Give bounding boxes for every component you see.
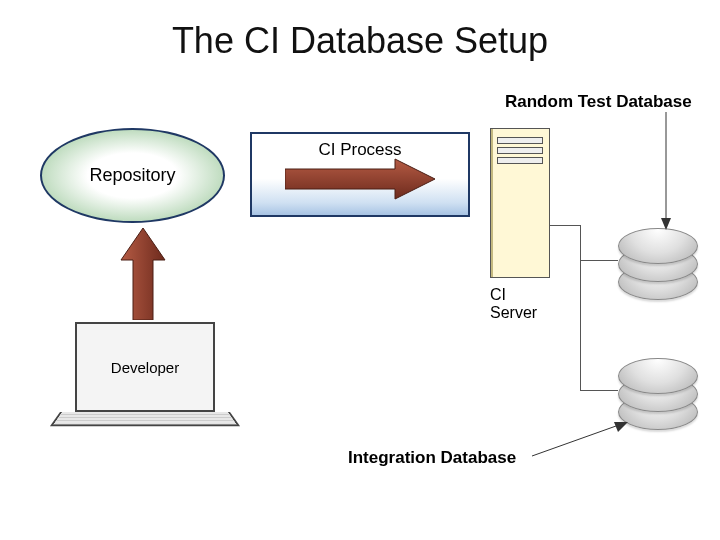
arrow-up-icon <box>118 228 168 320</box>
integration-db-icon <box>618 358 698 428</box>
repository-ellipse: Repository <box>40 128 225 223</box>
developer-label: Developer <box>111 359 179 376</box>
svg-marker-0 <box>285 159 435 199</box>
svg-line-4 <box>532 426 616 456</box>
svg-marker-1 <box>121 228 165 320</box>
ci-server-node <box>490 128 550 278</box>
svg-marker-3 <box>661 218 671 230</box>
connector-line <box>580 225 581 390</box>
connector-line <box>550 225 580 226</box>
repository-label: Repository <box>89 165 175 186</box>
svg-marker-5 <box>614 422 628 432</box>
arrow-pointer-icon <box>532 422 628 462</box>
developer-node: Developer <box>60 322 230 430</box>
arrow-pointer-icon <box>660 112 680 230</box>
random-test-db-icon <box>618 228 698 298</box>
server-icon <box>490 128 550 278</box>
integration-db-label: Integration Database <box>348 448 516 468</box>
laptop-keyboard-icon <box>50 412 240 426</box>
connector-line <box>580 390 618 391</box>
repository-node: Repository <box>40 128 225 223</box>
page-title: The CI Database Setup <box>0 20 720 62</box>
ci-process-node: CI Process <box>250 132 470 217</box>
laptop-icon: Developer <box>75 322 215 412</box>
ci-server-label: CI Server <box>490 286 537 323</box>
connector-line <box>580 260 618 261</box>
random-test-db-label: Random Test Database <box>505 92 692 112</box>
arrow-right-icon <box>285 157 435 201</box>
